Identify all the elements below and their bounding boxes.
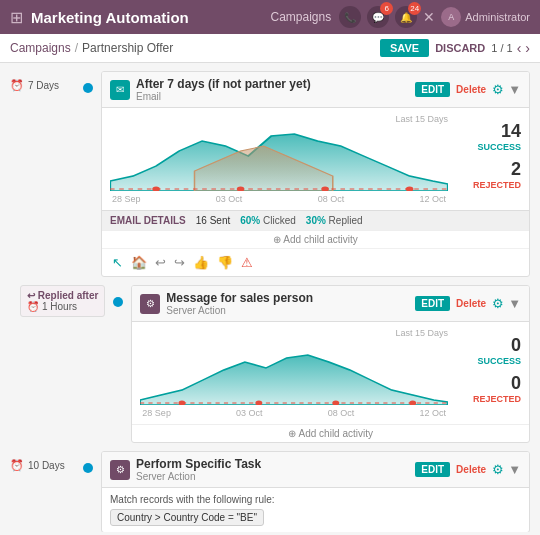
breadcrumb-separator: / bbox=[75, 41, 78, 55]
activity-card-email: ✉ After 7 days (if not partner yet) Emai… bbox=[101, 71, 530, 277]
task-delete-button[interactable]: Delete bbox=[456, 464, 486, 475]
chart-stats: 14 SUCCESS 2 REJECTED bbox=[456, 114, 521, 204]
filter-icon[interactable]: ▼ bbox=[508, 82, 521, 97]
next-page-arrow[interactable]: › bbox=[525, 40, 530, 56]
task-card-header-icons: ⚙ ▼ bbox=[492, 462, 521, 477]
activity-dot-replied bbox=[113, 297, 123, 307]
cursor-icon[interactable]: ↖ bbox=[110, 253, 125, 272]
sales-add-child-link[interactable]: ⊕ Add child activity bbox=[288, 428, 373, 439]
sales-x-label-4: 12 Oct bbox=[419, 408, 446, 418]
settings-icon[interactable]: ⚙ bbox=[492, 82, 504, 97]
x-label-1: 28 Sep bbox=[112, 194, 141, 204]
sales-chart-svg bbox=[140, 340, 448, 405]
sales-stat-success-value: 0 bbox=[511, 336, 521, 356]
email-card-icon: ✉ bbox=[110, 80, 130, 100]
sales-stat-rejected-value: 0 bbox=[511, 374, 521, 394]
sales-edit-button[interactable]: EDIT bbox=[415, 296, 450, 311]
sales-card-title: Message for sales person bbox=[166, 291, 409, 305]
forward-icon[interactable]: ↪ bbox=[172, 253, 187, 272]
add-child-link[interactable]: ⊕ Add child activity bbox=[273, 234, 358, 245]
domain-rule-tag[interactable]: Country > Country Code = "BE" bbox=[110, 509, 264, 526]
task-settings-icon[interactable]: ⚙ bbox=[492, 462, 504, 477]
clicked-pct: 60% bbox=[240, 215, 260, 226]
sales-stat-rejected-label: REJECTED bbox=[473, 394, 521, 404]
phone-icon[interactable]: 📞 bbox=[339, 6, 361, 28]
task-card-icon: ⚙ bbox=[110, 460, 130, 480]
stat-success-value: 14 bbox=[501, 122, 521, 142]
activity-dot bbox=[83, 83, 93, 93]
sales-chart-xaxis: 28 Sep 03 Oct 08 Oct 12 Oct bbox=[140, 408, 448, 418]
save-button[interactable]: SAVE bbox=[380, 39, 429, 57]
sales-card-header-icons: ⚙ ▼ bbox=[492, 296, 521, 311]
sales-chart-stats: 0 SUCCESS 0 REJECTED bbox=[456, 328, 521, 418]
clock-icon: ⏰ bbox=[10, 79, 24, 92]
email-details-bar: EMAIL DETAILS 16 Sent 60% Clicked 30% Re… bbox=[102, 210, 529, 230]
activity-row-7days: ⏰ 7 Days ✉ After 7 days (if not partner … bbox=[10, 71, 530, 277]
close-icon[interactable]: ✕ bbox=[423, 9, 435, 25]
reply-icon[interactable]: ↩ bbox=[153, 253, 168, 272]
sales-x-label-1: 28 Sep bbox=[142, 408, 171, 418]
chart-svg bbox=[110, 126, 448, 191]
activity-card-sales: ⚙ Message for sales person Server Action… bbox=[131, 285, 530, 443]
thumbdown-icon[interactable]: 👎 bbox=[215, 253, 235, 272]
sales-card-subtitle: Server Action bbox=[166, 305, 409, 316]
stat-success-label: SUCCESS bbox=[477, 142, 521, 152]
sales-filter-icon[interactable]: ▼ bbox=[508, 296, 521, 311]
sales-settings-icon[interactable]: ⚙ bbox=[492, 296, 504, 311]
sent-stat: 16 Sent bbox=[196, 215, 230, 226]
admin-menu[interactable]: A Administrator bbox=[441, 7, 530, 27]
chart-label: Last 15 Days bbox=[110, 114, 448, 124]
app-title: Marketing Automation bbox=[31, 9, 263, 26]
activity-card-task: ⚙ Perform Specific Task Server Action ED… bbox=[101, 451, 530, 532]
breadcrumb-campaigns[interactable]: Campaigns bbox=[10, 41, 71, 55]
main-content: ⏰ 7 Days ✉ After 7 days (if not partner … bbox=[0, 63, 540, 532]
task-card-subtitle: Server Action bbox=[136, 471, 409, 482]
task-edit-button[interactable]: EDIT bbox=[415, 462, 450, 477]
replied-time-value: 1 Hours bbox=[42, 301, 77, 312]
sales-delete-button[interactable]: Delete bbox=[456, 298, 486, 309]
thumbup-icon[interactable]: 👍 bbox=[191, 253, 211, 272]
alert-icon[interactable]: 🔔 24 bbox=[395, 6, 417, 28]
x-label-4: 12 Oct bbox=[419, 194, 446, 204]
timing-10days: ⏰ 10 Days bbox=[10, 451, 75, 472]
card-header-icons: ⚙ ▼ bbox=[492, 82, 521, 97]
breadcrumb-bar: Campaigns / Partnership Offer SAVE DISCA… bbox=[0, 34, 540, 63]
sales-chart-label: Last 15 Days bbox=[140, 328, 448, 338]
edit-button[interactable]: EDIT bbox=[415, 82, 450, 97]
nav-icons-group: 📞 💬 6 🔔 24 ✕ A Administrator bbox=[339, 6, 530, 28]
stat-rejected-value: 2 bbox=[511, 160, 521, 180]
sales-add-child: ⊕ Add child activity bbox=[132, 424, 529, 442]
prev-page-arrow[interactable]: ‹ bbox=[517, 40, 522, 56]
email-details-link[interactable]: EMAIL DETAILS bbox=[110, 215, 186, 226]
card-header: ✉ After 7 days (if not partner yet) Emai… bbox=[102, 72, 529, 108]
x-label-3: 08 Oct bbox=[318, 194, 345, 204]
discard-button[interactable]: DISCARD bbox=[435, 42, 485, 54]
chat-icon[interactable]: 💬 6 bbox=[367, 6, 389, 28]
domain-rule-label: Match records with the following rule: bbox=[110, 494, 521, 505]
replied-label: ↩ Replied after bbox=[27, 290, 98, 301]
task-filter-icon[interactable]: ▼ bbox=[508, 462, 521, 477]
task-card-title: Perform Specific Task bbox=[136, 457, 409, 471]
warning-icon[interactable]: ⚠ bbox=[239, 253, 255, 272]
delete-button[interactable]: Delete bbox=[456, 84, 486, 95]
breadcrumb-actions: SAVE DISCARD 1 / 1 ‹ › bbox=[380, 39, 530, 57]
card-subtitle: Email bbox=[136, 91, 409, 102]
activity-dot-10 bbox=[83, 463, 93, 473]
svg-marker-7 bbox=[140, 355, 448, 405]
sales-card-header: ⚙ Message for sales person Server Action… bbox=[132, 286, 529, 322]
chart-container: Last 15 Days bbox=[110, 114, 448, 204]
grid-menu-icon[interactable]: ⊞ bbox=[10, 8, 23, 27]
clock-icon-10: ⏰ bbox=[10, 459, 24, 472]
pagination: 1 / 1 ‹ › bbox=[491, 40, 530, 56]
timing-label: 7 Days bbox=[28, 80, 59, 91]
sales-stat-success-label: SUCCESS bbox=[477, 356, 521, 366]
breadcrumb: Campaigns / Partnership Offer bbox=[10, 41, 173, 55]
action-icons-row: ↖ 🏠 ↩ ↪ 👍 👎 ⚠ bbox=[102, 248, 529, 276]
alert-badge: 24 bbox=[408, 2, 421, 15]
sales-x-label-2: 03 Oct bbox=[236, 408, 263, 418]
nav-campaigns-link[interactable]: Campaigns bbox=[271, 10, 332, 24]
domain-rule-area: Match records with the following rule: C… bbox=[102, 488, 529, 532]
timing-label-10: 10 Days bbox=[28, 460, 65, 471]
chart-area: Last 15 Days bbox=[102, 108, 529, 210]
home-icon[interactable]: 🏠 bbox=[129, 253, 149, 272]
